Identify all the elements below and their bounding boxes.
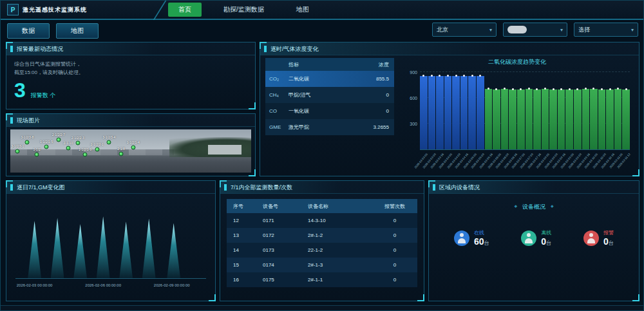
stat-col: 报警0台 <box>603 229 614 247</box>
co2-dot <box>553 88 554 90</box>
co2-bar-6[interactable] <box>468 76 476 149</box>
app-title: 激光遥感技术监测系统 <box>23 6 87 14</box>
stat-value: 0台 <box>603 236 614 247</box>
co2-bar-16[interactable] <box>549 90 557 149</box>
tab-1[interactable]: 勘探/监测数据 <box>213 3 274 17</box>
gas-row-3[interactable]: GME激光甲烷3.2655 <box>265 119 394 135</box>
option-select[interactable]: 选择 ▾ <box>574 23 638 37</box>
gas-symbol: CH₄ <box>265 92 289 98</box>
gas-value: 0 <box>355 92 394 98</box>
co2-bar-12[interactable] <box>517 90 525 149</box>
device-td: 13 <box>227 232 256 238</box>
gas-row-1[interactable]: CH₄甲烷/沼气0 <box>265 87 394 103</box>
co2-bar-2[interactable] <box>436 76 444 149</box>
table-row[interactable]: 1501742#-1-30 <box>227 258 417 272</box>
photo-marker-3[interactable]: 1-1/2/1-5 <box>44 144 49 149</box>
region-select[interactable]: 北京 ▾ <box>432 23 497 37</box>
device-th-0: 序号 <box>227 203 256 210</box>
device-td: 0172 <box>256 232 301 238</box>
photo-marker-4[interactable]: 2-1/2/2-7 <box>56 138 61 142</box>
co2-dot <box>520 88 522 90</box>
photo-marker-5[interactable]: 2-1-10 <box>66 146 70 151</box>
co2-bar-8[interactable] <box>485 89 493 149</box>
photo-marker-2[interactable]: 1-1/2 <box>35 152 39 156</box>
co2-bar-19[interactable] <box>574 90 582 149</box>
device-td: 0 <box>372 247 417 253</box>
photo-marker-1[interactable]: 3-1/2/3-8 <box>25 140 30 145</box>
alarm-desc-line2: 截至15:00，请及时确认处理。 <box>14 69 255 77</box>
ytick-600: 600 <box>410 96 417 100</box>
photo-marker-7[interactable]: 1-1/2/1-9 <box>82 152 87 156</box>
photo-marker-label: 3-1/2/3-4 <box>102 135 115 139</box>
device-td: 12 <box>227 218 256 223</box>
tab-2[interactable]: 地图 <box>286 3 319 17</box>
gas-name: 一氧化碳 <box>289 108 355 115</box>
gas-header-value: 浓度 <box>355 61 394 68</box>
data-button[interactable]: 数据 <box>7 23 50 39</box>
co2-bar-18[interactable] <box>565 90 573 149</box>
co2-bar-25[interactable] <box>622 90 630 149</box>
device-td: 0173 <box>256 247 301 253</box>
site-photo[interactable]: 3-1/2/3-13-1/2/3-81-1/21-1/2/1-52-1/2/2-… <box>10 129 251 173</box>
co2-bar-10[interactable] <box>501 89 509 149</box>
device-td: 0171 <box>256 218 301 223</box>
gm-spike-3 <box>97 216 110 278</box>
gas-row-2[interactable]: CO一氧化碳0 <box>265 103 394 119</box>
gas-table: 指标 浓度 CO₂二氧化碳855.5CH₄甲烷/沼气0CO一氧化碳0GME激光甲… <box>265 58 394 172</box>
photo-marker-0[interactable]: 3-1/2/3-1 <box>15 149 20 153</box>
alarm-panel-title: 报警最新动态情况 <box>6 42 255 55</box>
bottom-strip <box>1 305 643 310</box>
co2-bar-7[interactable] <box>477 76 484 149</box>
device-td: 0 <box>372 262 417 268</box>
co2-bar-3[interactable] <box>444 76 452 149</box>
co2-bar-0[interactable] <box>420 76 428 149</box>
photo-panel-title: 现场图片 <box>6 114 255 127</box>
co2-dot <box>504 88 506 90</box>
co2-bar-11[interactable] <box>509 90 516 149</box>
table-row[interactable]: 12017114-3-100 <box>227 213 417 228</box>
option-select-value: 选择 <box>578 26 631 34</box>
co2-bar-14[interactable] <box>533 90 541 149</box>
tab-0[interactable]: 首页 <box>168 3 202 17</box>
device-td: 15 <box>227 262 256 268</box>
table-row[interactable]: 14017322-1-20 <box>227 243 417 258</box>
photo-marker-6[interactable]: 2-1/2/2-3 <box>75 141 80 146</box>
device-table-header: 序号设备号设备名称报警次数 <box>227 199 417 213</box>
device-th-1: 设备号 <box>256 203 301 210</box>
co2-bar-20[interactable] <box>582 89 590 149</box>
co2-bar-22[interactable] <box>598 90 606 149</box>
co2-bar-21[interactable] <box>590 89 598 149</box>
co2-bar-9[interactable] <box>493 90 500 149</box>
photo-marker-10[interactable]: 2-1/8 <box>119 152 124 156</box>
co2-dot <box>495 88 497 90</box>
co2-bar-5[interactable] <box>460 76 468 149</box>
co2-bar-24[interactable] <box>614 89 622 149</box>
device-td: 22-1-2 <box>301 247 372 253</box>
photo-marker-11[interactable]: 1-1/2/1-4 <box>131 146 135 150</box>
co2-bar-23[interactable] <box>606 90 614 149</box>
co2-bar-17[interactable] <box>558 90 565 149</box>
gm-spike-4 <box>119 221 133 278</box>
co2-bar-13[interactable] <box>526 89 533 149</box>
co2-dot <box>585 88 587 90</box>
co2-dot <box>601 88 603 90</box>
co2-bar-15[interactable] <box>542 89 549 149</box>
photo-marker-label: 2-1-10 <box>64 141 73 145</box>
co2-bar-4[interactable] <box>452 76 460 149</box>
switch-pill[interactable] <box>507 26 527 33</box>
gas-value: 3.2655 <box>355 124 394 130</box>
photo-marker-label: 1-1/2/1-5 <box>40 139 53 143</box>
gas-panel: 逐时/气体浓度变化 指标 浓度 CO₂二氧化碳855.5CH₄甲烷/沼气0CO一… <box>260 42 639 176</box>
co2-bar-1[interactable] <box>428 76 436 149</box>
gm-spike-0 <box>28 221 41 278</box>
table-row[interactable]: 1301722#-1-20 <box>227 228 417 243</box>
filter-switch[interactable]: ▾ <box>503 23 567 37</box>
gas-row-0[interactable]: CO₂二氧化碳855.5 <box>265 71 394 87</box>
photo-marker-8[interactable]: 2-1/2/2-1 <box>95 147 99 152</box>
gm-spike-6 <box>167 223 180 278</box>
map-button[interactable]: 地图 <box>56 23 99 39</box>
photo-marker-9[interactable]: 3-1/2/3-4 <box>107 140 111 145</box>
table-row[interactable]: 1601752#-1-10 <box>227 272 417 287</box>
photo-marker-label: 2-1/2/2-7 <box>52 133 65 137</box>
co2-dot <box>576 88 578 90</box>
